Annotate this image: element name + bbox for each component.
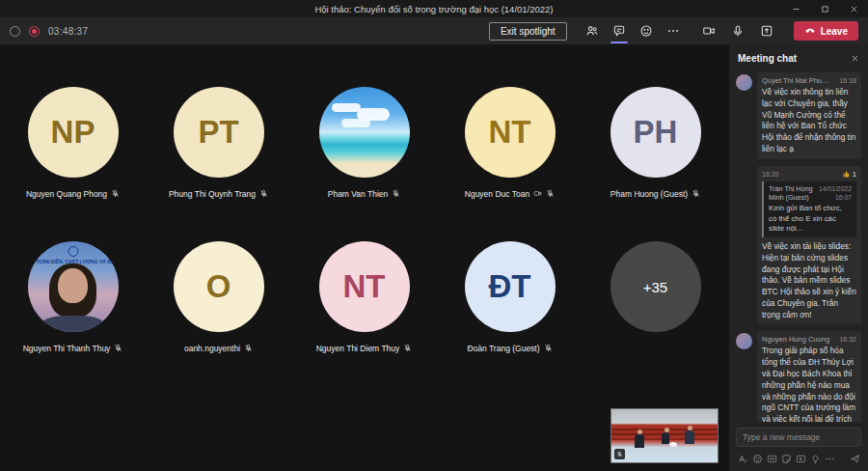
participant-name-row: Phung Thi Quynh Trang [169, 188, 268, 199]
more-actions-icon[interactable] [663, 20, 684, 42]
reaction-count: 1 [853, 170, 856, 179]
message-time: 16:18 [839, 77, 856, 84]
chat-icon[interactable] [609, 20, 630, 42]
gif-icon[interactable]: GIF [765, 452, 778, 465]
mic-off-icon [692, 189, 700, 198]
chat-message: Nguyen Hung Cuong16:32Trong giải pháp số… [736, 331, 861, 422]
mic-off-icon [544, 344, 553, 352]
participant-tile[interactable]: +35 [583, 241, 728, 353]
participant-name: Pham Huong (Guest) [610, 189, 688, 199]
sticker-icon[interactable] [779, 452, 793, 465]
participants-row-2: ỤC TOÀN DIỆN, CHẤT LƯỢNG VÀ BÌNHNguyen T… [0, 241, 728, 353]
composer-toolbar: GIF [729, 450, 868, 471]
participant-tile[interactable]: NTNguyen Duc Toan [437, 87, 583, 199]
quoted-text: Kính gửi Ban tổ chức, có thể cho E xin c… [769, 204, 852, 235]
mic-off-icon [111, 189, 120, 198]
window-title: Hội thảo: Chuyển đổi số trong trường đại… [0, 4, 868, 14]
message-time: 16:32 [839, 336, 856, 343]
camera-icon[interactable] [698, 20, 719, 42]
chat-avatar [736, 333, 752, 349]
message-text: Về việc xin thông tin liên lạc với Chuyê… [762, 87, 856, 155]
room-person [662, 432, 669, 444]
participant-tile[interactable]: ỤC TOÀN DIỆN, CHẤT LƯỢNG VÀ BÌNHNguyen T… [0, 241, 146, 353]
room-person [685, 430, 694, 444]
mic-off-icon [114, 344, 122, 352]
participant-name: Nguyen Quang Phong [26, 189, 107, 199]
camera-icon [533, 189, 542, 198]
participants-row-1: NPNguyen Quang PhongPTPhung Thi Quynh Tr… [0, 87, 728, 199]
participant-name: Đoàn Trang (Guest) [467, 344, 539, 353]
video-clip-icon[interactable] [794, 452, 807, 465]
photo-avatar-person: ỤC TOÀN DIỆN, CHẤT LƯỢNG VÀ BÌNH [28, 241, 119, 332]
mic-off-icon [244, 344, 253, 352]
leave-button[interactable]: Leave [794, 21, 858, 41]
chat-message-input[interactable] [736, 428, 861, 447]
chat-title: Meeting chat [738, 53, 797, 64]
chat-message-list: Quyet Thi Mai Phuong16:18Về việc xin thô… [729, 70, 868, 422]
chat-bubble: Quyet Thi Mai Phuong16:18Về việc xin thô… [757, 72, 861, 159]
emoji-icon[interactable] [750, 452, 764, 465]
more-icon[interactable] [823, 452, 836, 465]
recording-icon [29, 26, 40, 37]
participant-name-row: Pham Van Thien [328, 188, 401, 199]
participant-name: Nguyen Duc Toan [465, 189, 529, 199]
share-screen-icon[interactable] [756, 20, 777, 42]
participant-name-row: Nguyen Thi Thanh Thuy [23, 343, 123, 353]
chat-bubble: Nguyen Hung Cuong16:32Trong giải pháp số… [757, 331, 861, 422]
mic-off-icon [259, 189, 268, 198]
participant-tile[interactable]: Pham Van Thien [291, 87, 437, 199]
window-controls [781, 0, 868, 17]
participant-name: Phung Thi Quynh Trang [169, 189, 256, 199]
participant-tile[interactable]: ĐTĐoàn Trang (Guest) [437, 241, 583, 353]
mic-off-icon [546, 189, 555, 198]
initials-avatar: NT [465, 87, 556, 178]
chat-close-icon[interactable] [851, 54, 859, 63]
message-author: Nguyen Hung Cuong [762, 335, 829, 344]
close-button[interactable] [839, 0, 868, 17]
participant-name: Pham Van Thien [328, 189, 389, 199]
participant-tile[interactable]: PTPhung Thi Quynh Trang [146, 87, 291, 199]
chat-bubble: 16:201Trần Thị Hồng Minh (Guest)14/01/20… [757, 166, 861, 325]
participant-tile[interactable]: PHPham Huong (Guest) [583, 87, 728, 199]
initials-avatar: O [174, 241, 264, 332]
phone-hangup-icon [804, 25, 816, 37]
format-icon[interactable] [736, 452, 749, 465]
participant-tile[interactable]: NPNguyen Quang Phong [0, 87, 146, 199]
room-person [635, 434, 644, 448]
minimize-button[interactable] [781, 0, 810, 17]
participant-name-row: Nguyen Quang Phong [26, 188, 120, 199]
recording-status: 03:48:37 [10, 26, 88, 37]
initials-avatar: NP [28, 87, 119, 178]
send-icon[interactable] [848, 452, 861, 465]
meeting-toolbar: 03:48:37 Exit spotlight Leave [0, 17, 868, 44]
photo-avatar-beach [319, 87, 410, 178]
video-stage: NPNguyen Quang PhongPTPhung Thi Quynh Tr… [0, 44, 728, 471]
thumbs-up-reaction[interactable]: 1 [842, 170, 856, 179]
room-flowers [669, 442, 677, 447]
lightbulb-icon[interactable] [808, 452, 822, 465]
participant-name-row: Nguyen Thi Diem Thuy [316, 343, 413, 353]
participant-name: Nguyen Thi Thanh Thuy [23, 344, 111, 353]
room-camera-thumbnail[interactable] [610, 408, 719, 463]
titlebar: Hội thảo: Chuyển đổi số trong trường đại… [0, 0, 868, 17]
initials-avatar: ĐT [465, 241, 556, 332]
chat-header: Meeting chat [729, 44, 868, 70]
participants-icon[interactable] [582, 20, 603, 42]
participant-name-row: Pham Huong (Guest) [610, 188, 700, 199]
participant-name: oanh.nguyenthi [184, 344, 240, 353]
mic-off-icon [392, 189, 400, 198]
message-text: Trong giải pháp số hóa tổng thể của ĐH T… [762, 346, 856, 422]
exit-spotlight-button[interactable]: Exit spotlight [489, 22, 567, 41]
chat-message: 16:201Trần Thị Hồng Minh (Guest)14/01/20… [736, 166, 861, 325]
participant-name-row: oanh.nguyenthi [184, 343, 253, 353]
reactions-icon[interactable] [636, 20, 657, 42]
message-text: Về việc xin tài liệu slides: Hiện tại bả… [762, 241, 856, 320]
mic-icon[interactable] [727, 20, 748, 42]
avatar-logo [68, 246, 78, 257]
participant-tile[interactable]: NTNguyen Thi Diem Thuy [291, 241, 437, 353]
participant-name-row: Đoàn Trang (Guest) [467, 343, 552, 353]
thumbnail-mic-off-badge [614, 449, 625, 459]
participant-tile[interactable]: Ooanh.nguyenthi [146, 241, 291, 353]
initials-avatar: NT [319, 241, 410, 332]
maximize-button[interactable] [810, 0, 839, 17]
